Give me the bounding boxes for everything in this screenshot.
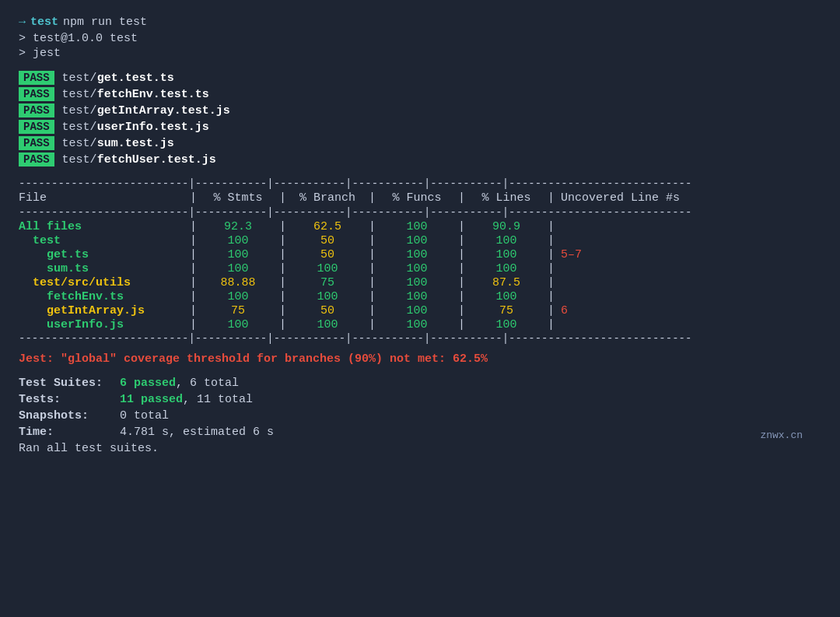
pass-row: PASStest/fetchUser.test.js xyxy=(19,152,821,167)
ran-label: Ran all test suites. xyxy=(19,442,159,455)
td-funcs: 100 xyxy=(376,290,458,303)
terminal-window: → test npm run test > test@1.0.0 test > … xyxy=(19,16,821,455)
td-uncovered xyxy=(555,220,561,233)
snapshots-label: Snapshots: xyxy=(19,409,120,422)
suites-value: 6 passed xyxy=(120,377,176,390)
col-header-branch: % Branch xyxy=(286,191,369,205)
table-divider: --------------------------|-----------|-… xyxy=(19,177,821,190)
table-divider: --------------------------|-----------|-… xyxy=(19,206,821,219)
pass-badge: PASS xyxy=(19,152,54,167)
table-row: sum.ts|100|100|100|100| xyxy=(19,262,821,275)
table-row: test|100|50|100|100| xyxy=(19,234,821,247)
time-value: 4.781 s, estimated 6 s xyxy=(120,426,274,439)
td-lines: 75 xyxy=(465,304,548,317)
td-uncovered xyxy=(555,276,561,289)
watermark: znwx.cn xyxy=(760,429,803,441)
td-uncovered xyxy=(555,290,561,303)
td-branch: 100 xyxy=(286,318,369,331)
suites-total: , 6 total xyxy=(176,377,239,390)
table-row: fetchEnv.ts|100|100|100|100| xyxy=(19,290,821,303)
td-stmts: 100 xyxy=(197,318,279,331)
td-file: getIntArray.js xyxy=(19,304,190,317)
summary-section: Test Suites: 6 passed , 6 total Tests: 1… xyxy=(19,377,821,455)
pass-file: test/getIntArray.test.js xyxy=(62,104,230,117)
td-funcs: 100 xyxy=(376,220,458,233)
snapshots-value: 0 total xyxy=(120,409,169,422)
pass-badge: PASS xyxy=(19,103,54,117)
tests-value: 11 passed xyxy=(120,393,183,406)
col-header-lines: % Lines xyxy=(465,191,548,205)
td-stmts: 100 xyxy=(197,290,279,303)
td-funcs: 100 xyxy=(376,234,458,247)
td-file: test/src/utils xyxy=(19,276,190,289)
td-file: userInfo.js xyxy=(19,318,190,331)
table-row: test/src/utils|88.88|75|100|87.5| xyxy=(19,276,821,289)
col-header-stmts: % Stmts xyxy=(197,191,279,205)
td-uncovered xyxy=(555,318,561,331)
tests-row: Tests: 11 passed , 11 total xyxy=(19,393,821,406)
pass-badge: PASS xyxy=(19,71,54,85)
td-stmts: 100 xyxy=(197,262,279,275)
table-row: All files|92.3|62.5|100|90.9| xyxy=(19,220,821,233)
td-lines: 100 xyxy=(465,262,548,275)
td-stmts: 100 xyxy=(197,234,279,247)
pass-file: test/fetchUser.test.js xyxy=(62,153,216,167)
td-branch: 50 xyxy=(286,234,369,247)
td-uncovered: 5–7 xyxy=(555,248,582,261)
cmd-args: npm run test xyxy=(63,16,147,29)
pass-blocks: PASStest/get.test.tsPASStest/fetchEnv.te… xyxy=(19,71,821,167)
table-row: get.ts|100|50|100|100|5–7 xyxy=(19,248,821,261)
pass-row: PASStest/getIntArray.test.js xyxy=(19,103,821,117)
snapshots-row: Snapshots: 0 total xyxy=(19,409,821,422)
pass-badge: PASS xyxy=(19,87,54,101)
gt-line-2: > jest xyxy=(19,47,821,60)
td-file: get.ts xyxy=(19,248,190,261)
td-stmts: 75 xyxy=(197,304,279,317)
td-lines: 100 xyxy=(465,290,548,303)
td-stmts: 88.88 xyxy=(197,276,279,289)
command-line: → test npm run test xyxy=(19,16,821,29)
col-header-file: File xyxy=(19,191,190,205)
td-funcs: 100 xyxy=(376,262,458,275)
time-row: Time: 4.781 s, estimated 6 s xyxy=(19,426,821,439)
pass-row: PASStest/sum.test.js xyxy=(19,136,821,150)
pass-file: test/userInfo.test.js xyxy=(62,121,209,134)
td-branch: 100 xyxy=(286,262,369,275)
td-funcs: 100 xyxy=(376,276,458,289)
arrow-icon: → xyxy=(19,16,26,29)
table-row: userInfo.js|100|100|100|100| xyxy=(19,318,821,331)
tests-label: Tests: xyxy=(19,393,120,406)
td-lines: 100 xyxy=(465,234,548,247)
td-branch: 50 xyxy=(286,248,369,261)
td-branch: 100 xyxy=(286,290,369,303)
gt-line-1: > test@1.0.0 test xyxy=(19,32,821,45)
pass-file: test/fetchEnv.test.ts xyxy=(62,88,209,101)
td-funcs: 100 xyxy=(376,304,458,317)
td-funcs: 100 xyxy=(376,318,458,331)
table-row: getIntArray.js|75|50|100|75|6 xyxy=(19,304,821,317)
td-file: test xyxy=(19,234,190,247)
pass-badge: PASS xyxy=(19,120,54,134)
pass-file: test/sum.test.js xyxy=(62,137,174,150)
suites-label: Test Suites: xyxy=(19,377,120,390)
td-uncovered: 6 xyxy=(555,304,568,317)
col-header-funcs: % Funcs xyxy=(376,191,458,205)
td-uncovered xyxy=(555,234,561,247)
table-header-row: File|% Stmts|% Branch|% Funcs|% Lines|Un… xyxy=(19,191,821,205)
time-label: Time: xyxy=(19,426,120,439)
td-branch: 62.5 xyxy=(286,220,369,233)
td-file: All files xyxy=(19,220,190,233)
td-branch: 75 xyxy=(286,276,369,289)
pass-file: test/get.test.ts xyxy=(62,72,174,85)
td-uncovered xyxy=(555,262,561,275)
td-stmts: 92.3 xyxy=(197,220,279,233)
tests-total: , 11 total xyxy=(183,393,253,406)
table-divider: --------------------------|-----------|-… xyxy=(19,332,821,345)
td-file: sum.ts xyxy=(19,262,190,275)
pass-row: PASStest/fetchEnv.test.ts xyxy=(19,87,821,101)
pass-row: PASStest/get.test.ts xyxy=(19,71,821,85)
td-stmts: 100 xyxy=(197,248,279,261)
pass-badge: PASS xyxy=(19,136,54,150)
suites-row: Test Suites: 6 passed , 6 total xyxy=(19,377,821,390)
td-lines: 90.9 xyxy=(465,220,548,233)
